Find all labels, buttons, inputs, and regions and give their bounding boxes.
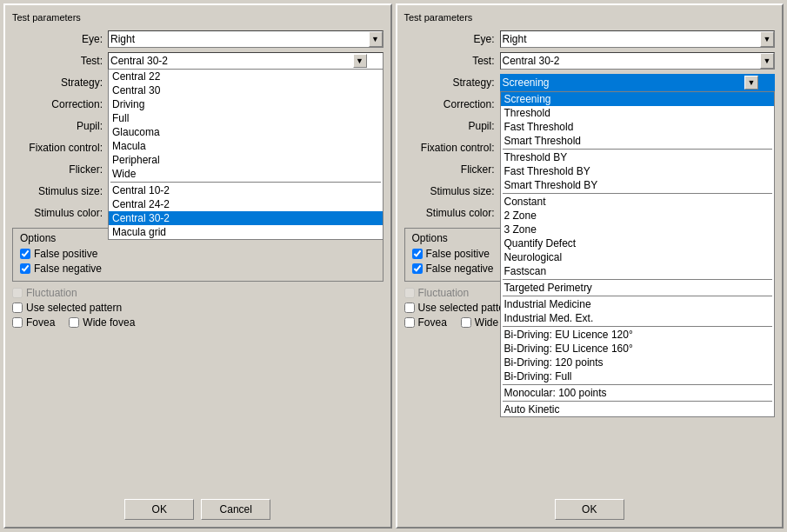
dropdown-item-central22[interactable]: Central 22 (109, 70, 383, 83)
p2-strategy-bidriving-120[interactable]: Bi-Driving: EU Licence 120° (501, 328, 775, 342)
panel2-flicker-label: Flicker: (404, 163, 500, 176)
p2-strategy-bidriving-120pts[interactable]: Bi-Driving: 120 points (501, 356, 775, 369)
panel2-pupil-label: Pupil: (404, 120, 500, 132)
panel2: Test parameters Eye: Right ▼ Test: Centr… (396, 3, 784, 529)
p2-strategy-sep4 (503, 296, 773, 296)
p2-strategy-quantify-defect[interactable]: Quantify Defect (501, 236, 775, 250)
p2-strategy-threshold[interactable]: Threshold (501, 106, 775, 120)
p2-strategy-industrial-med-ext[interactable]: Industrial Med. Ext. (501, 311, 775, 325)
p2-strategy-screening[interactable]: Screening (501, 92, 775, 106)
p2-strategy-bidriving-160[interactable]: Bi-Driving: EU Licence 160° (501, 342, 775, 356)
panel2-strategy-dropdown-list: Screening Threshold Fast Threshold Smart… (500, 91, 776, 417)
p2-strategy-sep5 (503, 326, 773, 327)
panel2-test-select-wrapper: Central 30-2 ▼ (500, 52, 776, 70)
panel1-fluctuation-checkbox[interactable] (12, 288, 23, 298)
p2-strategy-2zone[interactable]: 2 Zone (501, 209, 775, 223)
panel1-form: Eye: Right ▼ Test: Central 30-2 ▼ Centra… (12, 30, 383, 223)
p2-strategy-sep1 (503, 149, 773, 150)
panel2-use-selected-checkbox[interactable] (404, 303, 415, 313)
panel2-strategy-value: Screening (503, 76, 550, 89)
panel1-fovea-label: Fovea (26, 316, 55, 329)
p2-strategy-sep6 (503, 384, 773, 385)
dropdown-item-maculagrid[interactable]: Macula grid (109, 225, 383, 239)
p2-strategy-industrial-med[interactable]: Industrial Medicine (501, 297, 775, 311)
p2-strategy-auto-kinetic[interactable]: Auto Kinetic (501, 402, 775, 416)
panel2-fluctuation-checkbox[interactable] (404, 288, 415, 298)
p2-strategy-threshold-by[interactable]: Threshold BY (501, 150, 775, 164)
p2-strategy-fast-threshold-by[interactable]: Fast Threshold BY (501, 164, 775, 178)
dropdown-item-central302[interactable]: Central 30-2 (109, 211, 383, 225)
panel1: Test parameters Eye: Right ▼ Test: Centr… (3, 3, 392, 529)
panel2-fn-label: False negative (426, 263, 494, 275)
p2-strategy-sep2 (503, 193, 773, 194)
panel2-fovea-label: Fovea (418, 316, 447, 329)
p2-strategy-fast-threshold[interactable]: Fast Threshold (501, 120, 775, 134)
panel2-fovea-checkbox[interactable] (404, 317, 415, 328)
panel2-strategy-arrow: ▼ (744, 76, 758, 90)
panel1-eye-select[interactable]: Right (108, 30, 383, 48)
panel1-fp-label: False positive (34, 248, 97, 260)
panel2-fp-checkbox[interactable] (412, 249, 423, 259)
panel2-strategy-label: Strategy: (404, 76, 500, 89)
dropdown-item-glaucoma[interactable]: Glaucoma (109, 125, 383, 139)
dropdown-item-driving[interactable]: Driving (109, 97, 383, 111)
dropdown-item-full[interactable]: Full (109, 111, 383, 125)
panel2-strategy-dropdown-input[interactable]: Screening ▼ (500, 74, 776, 91)
p2-strategy-constant[interactable]: Constant (501, 195, 775, 209)
p2-strategy-bidriving-full[interactable]: Bi-Driving: Full (501, 369, 775, 383)
panel1-fluctuation-label: Fluctuation (26, 287, 77, 299)
panel2-strategy-row: Strategy: Screening ▼ Screening Threshol… (404, 73, 776, 92)
panel1-eye-select-wrapper: Right ▼ (108, 30, 383, 48)
p2-strategy-smart-threshold-by[interactable]: Smart Threshold BY (501, 178, 775, 192)
panel1-fovea-section: Fovea Wide fovea (12, 316, 383, 331)
panel1-use-selected-checkbox[interactable] (12, 303, 23, 313)
panel2-fovea-row: Fovea (404, 316, 447, 329)
panel2-fluctuation-label: Fluctuation (418, 287, 470, 299)
panel1-test-value: Central 30-2 (110, 55, 168, 67)
p2-strategy-neurological[interactable]: Neurological (501, 250, 775, 264)
panel1-fovea-checkbox[interactable] (12, 317, 23, 328)
panel2-eye-select[interactable]: Right (500, 30, 776, 48)
dropdown-item-central102[interactable]: Central 10-2 (109, 183, 383, 197)
panel2-correction-label: Correction: (404, 98, 500, 110)
dropdown-item-macula[interactable]: Macula (109, 139, 383, 153)
panel2-test-label: Test: (404, 55, 500, 67)
panel1-button-row: OK Cancel (12, 494, 383, 520)
dropdown-item-central30[interactable]: Central 30 (109, 83, 383, 97)
p2-strategy-smart-threshold[interactable]: Smart Threshold (501, 134, 775, 148)
panel2-fixation-label: Fixation control: (404, 142, 500, 154)
panel2-eye-select-wrapper: Right ▼ (500, 30, 776, 48)
panel1-test-dropdown-input[interactable]: Central 30-2 ▼ (108, 52, 383, 70)
panel1-correction-label: Correction: (12, 98, 108, 110)
panel2-stimulus-size-label: Stimulus size: (404, 185, 500, 197)
dropdown-item-central242[interactable]: Central 24-2 (109, 197, 383, 211)
panel1-fovea-row: Fovea (12, 316, 55, 329)
dropdown-item-peripheral[interactable]: Peripheral (109, 153, 383, 167)
dropdown-item-wide[interactable]: Wide (109, 167, 383, 181)
panel1-use-selected-row: Use selected pattern (12, 302, 383, 314)
panel1-fp-row: False positive (20, 248, 376, 260)
panel2-strategy-dropdown-container: Screening ▼ Screening Threshold Fast Thr… (500, 74, 776, 91)
panel2-eye-row: Eye: Right ▼ (404, 30, 776, 49)
panel2-stimulus-color-label: Stimulus color: (404, 207, 500, 219)
panel1-ok-button[interactable]: OK (124, 499, 194, 520)
panel1-fixation-label: Fixation control: (12, 142, 108, 154)
panel1-fn-row: False negative (20, 263, 376, 275)
panel1-flicker-label: Flicker: (12, 163, 108, 176)
panel2-wide-fovea-checkbox[interactable] (461, 317, 471, 328)
panel1-wide-fovea-checkbox[interactable] (69, 317, 79, 328)
dropdown-sep1 (110, 182, 381, 183)
panel2-test-select[interactable]: Central 30-2 (500, 52, 776, 70)
panel2-ok-button[interactable]: OK (555, 499, 624, 520)
p2-strategy-3zone[interactable]: 3 Zone (501, 223, 775, 236)
panel1-test-arrow: ▼ (353, 54, 367, 68)
panel1-cancel-button[interactable]: Cancel (201, 499, 270, 520)
p2-strategy-sep7 (503, 401, 773, 402)
p2-strategy-targeted-perimetry[interactable]: Targeted Perimetry (501, 281, 775, 295)
panel1-fn-checkbox[interactable] (20, 263, 30, 274)
panel1-eye-label: Eye: (12, 33, 108, 45)
panel2-fn-checkbox[interactable] (412, 263, 423, 274)
p2-strategy-monocular[interactable]: Monocular: 100 points (501, 386, 775, 400)
panel1-fp-checkbox[interactable] (20, 249, 30, 259)
p2-strategy-fastscan[interactable]: Fastscan (501, 264, 775, 278)
